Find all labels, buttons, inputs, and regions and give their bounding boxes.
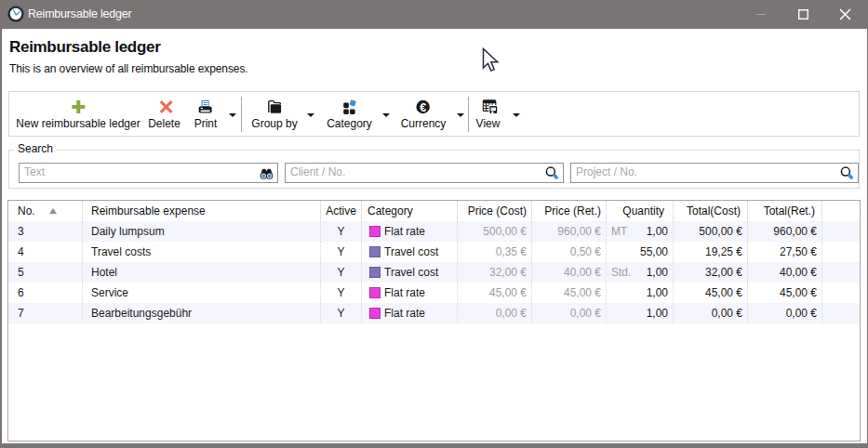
svg-text:€: €	[420, 101, 426, 114]
